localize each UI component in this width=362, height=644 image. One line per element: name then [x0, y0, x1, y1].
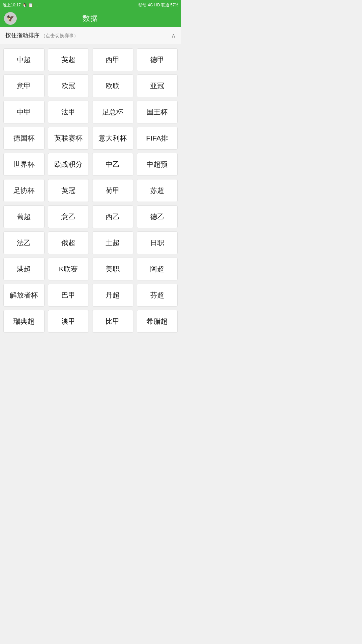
league-item[interactable]: 国王杯: [137, 101, 178, 123]
league-item[interactable]: 葡超: [3, 205, 45, 228]
league-item[interactable]: 德乙: [137, 205, 178, 228]
league-item[interactable]: 西甲: [92, 48, 133, 71]
chevron-up-icon[interactable]: ∧: [171, 32, 176, 39]
league-item[interactable]: 比甲: [92, 310, 133, 333]
league-item[interactable]: 欧战积分: [48, 153, 89, 176]
status-icons: 🐧 📋 ...: [22, 3, 38, 7]
league-item[interactable]: 瑞典超: [3, 310, 45, 333]
league-item[interactable]: 巴甲: [48, 284, 89, 307]
league-item[interactable]: 德国杯: [3, 127, 45, 150]
signal-battery-text: 移动 4G HD 联通 57%: [138, 2, 178, 8]
league-item[interactable]: 澳甲: [48, 310, 89, 333]
status-right-info: 移动 4G HD 联通 57%: [138, 2, 178, 8]
status-bar: 晚上10:17 🐧 📋 ... 移动 4G HD 联通 57%: [0, 0, 181, 10]
league-item[interactable]: 日职: [137, 231, 178, 254]
league-item[interactable]: 港超: [3, 258, 45, 280]
league-item[interactable]: 俄超: [48, 231, 89, 254]
app-header: 🦅 数据: [0, 10, 181, 27]
league-item[interactable]: 丹超: [92, 284, 133, 307]
league-item[interactable]: 中乙: [92, 153, 133, 176]
sort-bar[interactable]: 按住拖动排序 （点击切换赛事） ∧: [0, 27, 181, 44]
league-item[interactable]: 芬超: [137, 284, 178, 307]
league-item[interactable]: 中超预: [137, 153, 178, 176]
league-item[interactable]: 中超: [3, 48, 45, 71]
avatar-image: 🦅: [7, 15, 14, 22]
league-item[interactable]: 中甲: [3, 101, 45, 123]
league-item[interactable]: 土超: [92, 231, 133, 254]
leagues-grid: 中超英超西甲德甲意甲欧冠欧联亚冠中甲法甲足总杯国王杯德国杯英联赛杯意大利杯FIF…: [0, 44, 181, 337]
league-item[interactable]: 西乙: [92, 205, 133, 228]
league-item[interactable]: 意大利杯: [92, 127, 133, 150]
status-time: 晚上10:17 🐧 📋 ...: [3, 2, 38, 8]
league-item[interactable]: 足总杯: [92, 101, 133, 123]
league-item[interactable]: FIFA排: [137, 127, 178, 150]
league-item[interactable]: 德甲: [137, 48, 178, 71]
sort-bar-label: 按住拖动排序 （点击切换赛事）: [5, 32, 78, 39]
league-item[interactable]: 阿超: [137, 258, 178, 280]
league-item[interactable]: 英联赛杯: [48, 127, 89, 150]
league-item[interactable]: 英冠: [48, 179, 89, 202]
league-item[interactable]: 意甲: [3, 74, 45, 97]
league-item[interactable]: 荷甲: [92, 179, 133, 202]
league-item[interactable]: 欧联: [92, 74, 133, 97]
league-item[interactable]: 苏超: [137, 179, 178, 202]
league-item[interactable]: 法甲: [48, 101, 89, 123]
league-item[interactable]: 美职: [92, 258, 133, 280]
league-item[interactable]: 法乙: [3, 231, 45, 254]
league-item[interactable]: 欧冠: [48, 74, 89, 97]
league-item[interactable]: 亚冠: [137, 74, 178, 97]
league-item[interactable]: 意乙: [48, 205, 89, 228]
league-item[interactable]: K联赛: [48, 258, 89, 280]
league-item[interactable]: 英超: [48, 48, 89, 71]
page-title: 数据: [82, 13, 99, 23]
avatar[interactable]: 🦅: [4, 12, 17, 25]
sort-main-text: 按住拖动排序: [5, 32, 40, 39]
league-item[interactable]: 足协杯: [3, 179, 45, 202]
league-item[interactable]: 世界杯: [3, 153, 45, 176]
league-item[interactable]: 解放者杯: [3, 284, 45, 307]
time-text: 晚上10:17: [3, 2, 21, 8]
league-item[interactable]: 希腊超: [137, 310, 178, 333]
sort-sub-text: （点击切换赛事）: [41, 33, 78, 38]
